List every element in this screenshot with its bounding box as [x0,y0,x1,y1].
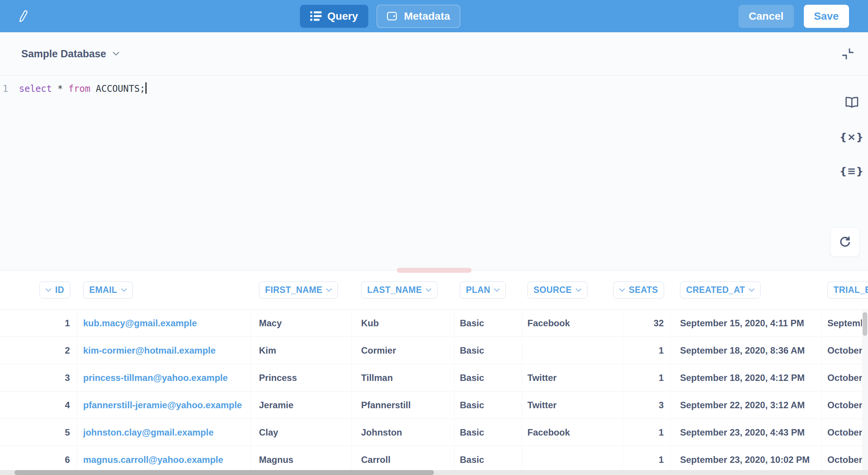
cell-last_name: Kub [352,310,455,337]
tag-icon [387,12,398,21]
sql-line: select * from ACCOUNTS; [19,83,145,94]
chevron-down-icon [46,288,51,292]
column-header-first_name: FIRST_NAME [251,282,352,299]
vertical-scrollbar[interactable] [862,310,868,475]
sql-token: from [68,83,90,94]
cell-created_at: September 23, 2020, 4:43 PM [670,419,822,446]
run-query-button[interactable] [830,227,860,257]
column-sort-button-email[interactable]: EMAIL [83,282,133,299]
tab-query[interactable]: Query [300,5,368,28]
column-sort-button-plan[interactable]: PLAN [460,282,506,299]
chevron-down-icon [749,288,754,292]
row-lead-spacer [0,419,15,446]
cell-email[interactable]: pfannerstill-jeramie@yahoo.example [77,392,251,418]
sql-token: * [52,83,68,94]
chevron-down-icon [576,288,581,292]
row-lead-spacer [0,337,15,364]
contract-icon [840,46,856,62]
topbar: Query Metadata Cancel Save [0,0,868,32]
row-lead-spacer [0,446,15,473]
cell-first_name: Jeramie [251,392,352,418]
table-row: 1kub.macy@gmail.exampleMacyKubBasicFaceb… [0,310,868,337]
table-row: 3princess-tillman@yahoo.examplePrincessT… [0,364,868,392]
table-row: 5johnston.clay@gmail.exampleClayJohnston… [0,419,868,446]
column-label: SEATS [629,286,658,294]
column-sort-button-first_name[interactable]: FIRST_NAME [259,282,338,299]
cell-last_name: Carroll [352,446,455,473]
cell-email[interactable]: johnston.clay@gmail.example [77,419,251,446]
column-header-created_at: CREATED_AT [670,282,822,299]
chevron-down-icon [619,288,625,292]
cell-first_name: Princess [251,364,352,391]
database-selector[interactable]: Sample Database [19,47,122,60]
variables-icon: {×} [840,131,864,143]
row-lead-spacer [0,364,15,391]
cell-seats: 3 [623,392,670,418]
column-sort-button-source[interactable]: SOURCE [527,282,587,299]
resize-handle[interactable] [397,268,472,273]
sql-token: ACCOUNTS; [90,83,145,94]
native-query-editor-page: Query Metadata Cancel Save Sample Databa… [0,0,868,475]
column-sort-button-created_at[interactable]: CREATED_AT [680,282,761,299]
cell-email[interactable]: kub.macy@gmail.example [77,310,251,337]
cell-email[interactable]: princess-tillman@yahoo.example [77,364,251,391]
vertical-scrollbar-thumb[interactable] [863,312,867,336]
refresh-icon [838,235,852,249]
table-row: 6magnus.carroll@yahoo.exampleMagnusCarro… [0,446,868,473]
cell-seats: 1 [623,337,670,364]
cancel-button[interactable]: Cancel [739,5,794,28]
data-reference-button[interactable] [841,92,863,113]
column-label: PLAN [466,286,490,294]
results-table: IDEMAILFIRST_NAMELAST_NAMEPLANSOURCESEAT… [0,270,868,475]
cell-last_name: Johnston [352,419,455,446]
line-number: 1 [0,82,11,96]
cell-seats: 1 [623,364,670,391]
cell-first_name: Clay [251,419,352,446]
variables-button[interactable]: {×} [841,126,863,147]
column-sort-button-id[interactable]: ID [39,282,70,299]
view-tabs: Query Metadata [300,5,460,28]
sql-editor[interactable]: 1 select * from ACCOUNTS; {×} {≡} [0,75,868,270]
column-label: EMAIL [89,286,117,294]
column-sort-button-last_name[interactable]: LAST_NAME [361,282,437,299]
cell-last_name: Cormier [352,337,455,364]
horizontal-scrollbar[interactable] [0,470,868,475]
topbar-actions: Cancel Save [739,5,849,28]
cell-trial_e: October [822,392,868,418]
cell-id: 5 [15,419,77,446]
cell-id: 3 [15,364,77,391]
snippets-button[interactable]: {≡} [841,160,863,181]
cell-source: Twitter [522,392,623,418]
tab-metadata[interactable]: Metadata [377,5,460,28]
cell-id: 1 [15,310,77,337]
column-header-email: EMAIL [77,282,251,299]
chevron-down-icon [326,288,332,292]
cell-source [522,446,623,473]
horizontal-scrollbar-thumb[interactable] [14,470,434,475]
cell-created_at: September 22, 2020, 3:12 AM [670,392,822,418]
column-sort-button-seats[interactable]: SEATS [613,282,664,299]
cell-source: Facebook [522,419,623,446]
column-label: CREATED_AT [686,286,745,294]
sql-token: select [19,83,52,94]
column-label: TRIAL_E [833,286,868,294]
chevron-down-icon [113,52,119,56]
cell-id: 4 [15,392,77,418]
cell-email[interactable]: kim-cormier@hotmail.example [77,337,251,364]
cell-seats: 1 [623,446,670,473]
row-lead-spacer [0,310,15,337]
cell-seats: 32 [623,310,670,337]
table-header-row: IDEMAILFIRST_NAMELAST_NAMEPLANSOURCESEAT… [0,271,868,310]
column-header-trial_e: TRIAL_E [822,282,868,299]
pencil-icon [17,9,29,23]
edit-name-button[interactable] [16,8,30,25]
cell-trial_e: October [822,364,868,391]
column-sort-button-trial_e[interactable]: TRIAL_E [827,282,868,299]
collapse-editor-button[interactable] [838,46,858,62]
cell-first_name: Kim [251,337,352,364]
chevron-down-icon [426,288,431,292]
column-label: LAST_NAME [367,286,422,294]
cell-plan: Basic [455,392,522,418]
save-button[interactable]: Save [804,5,849,28]
cell-email[interactable]: magnus.carroll@yahoo.example [77,446,251,473]
